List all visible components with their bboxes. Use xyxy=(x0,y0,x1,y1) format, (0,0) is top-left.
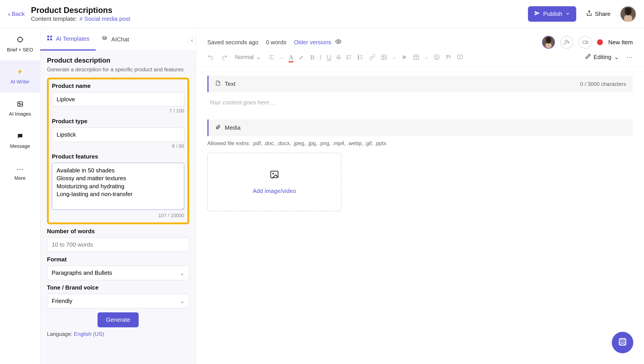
language-link[interactable]: English (US) xyxy=(74,331,104,337)
text-block-header[interactable]: Text 0 / 3000 characters xyxy=(207,76,633,92)
content-template-link[interactable]: # Social media post xyxy=(80,16,130,22)
tab-ai-templates[interactable]: AI Templates xyxy=(40,28,96,50)
video-button[interactable] xyxy=(401,54,408,60)
highlight-button[interactable] xyxy=(298,54,305,60)
document-icon xyxy=(215,80,221,88)
share-label: Share xyxy=(595,10,610,18)
bold-button[interactable]: B xyxy=(310,54,314,61)
chat-bubbles-icon xyxy=(102,36,108,44)
media-dropzone[interactable]: Add image/video xyxy=(207,153,342,211)
template-name: Social media post xyxy=(84,16,130,22)
strikethrough-button[interactable]: S xyxy=(336,54,341,61)
link-button[interactable] xyxy=(369,54,376,60)
pencil-icon xyxy=(585,54,591,61)
rail-writer-label: AI Writer xyxy=(10,79,30,85)
svg-point-15 xyxy=(338,41,339,42)
number-list-button[interactable]: 123 xyxy=(357,54,364,60)
bullet-list-button[interactable] xyxy=(346,54,352,60)
format-select[interactable]: ⌄ xyxy=(47,266,189,280)
user-avatar[interactable] xyxy=(620,6,636,22)
product-features-counter: 107 / 10000 xyxy=(52,213,184,218)
add-collaborator-button[interactable] xyxy=(560,36,573,49)
svg-point-4 xyxy=(18,37,22,42)
char-counter: 0 / 3000 characters xyxy=(580,81,626,87)
sidebar-item-ai-images[interactable]: AI Images xyxy=(0,92,40,125)
sidebar-item-brief[interactable]: Brief + SEO xyxy=(0,28,40,60)
image-button[interactable] xyxy=(380,54,387,60)
svg-text:T: T xyxy=(446,54,449,60)
editor-placeholder[interactable]: Your content goes here ... xyxy=(207,96,633,120)
template-prefix: Content template: xyxy=(31,16,77,22)
format-label: Format xyxy=(47,256,189,263)
words-input[interactable] xyxy=(47,238,189,252)
svg-point-28 xyxy=(347,57,348,58)
rail-message-label: Message xyxy=(10,143,30,149)
video-avatar-button[interactable] xyxy=(579,36,592,49)
align-button[interactable] xyxy=(268,54,275,60)
words-count: 0 words xyxy=(266,39,286,46)
product-name-counter: 7 / 100 xyxy=(52,108,184,114)
italic-button[interactable]: I xyxy=(319,54,322,61)
svg-point-27 xyxy=(347,55,348,56)
tone-value[interactable] xyxy=(47,294,189,308)
hash-icon: # xyxy=(80,16,82,22)
emoji-button[interactable] xyxy=(433,54,440,60)
chevron-down-icon[interactable]: ⌄ xyxy=(280,54,284,60)
redo-button[interactable] xyxy=(221,54,228,60)
visibility-toggle[interactable] xyxy=(335,38,342,46)
publish-button[interactable]: Publish xyxy=(528,6,576,22)
svg-rect-14 xyxy=(50,38,52,40)
product-features-textarea[interactable] xyxy=(52,163,184,210)
send-icon xyxy=(534,10,540,18)
underline-button[interactable]: U xyxy=(326,54,332,61)
share-button[interactable]: Share xyxy=(586,10,610,18)
paragraph-style-value: Normal xyxy=(235,54,254,60)
collaborator-avatar[interactable] xyxy=(542,36,555,49)
saved-label: Saved seconds ago xyxy=(207,39,258,46)
rail-brief-label: Brief + SEO xyxy=(7,47,33,53)
clear-format-button[interactable]: T xyxy=(445,54,452,60)
publish-label: Publish xyxy=(543,10,562,18)
product-type-counter: 8 / 80 xyxy=(52,143,184,149)
generate-button[interactable]: Generate xyxy=(98,312,139,327)
tab-ai-chat[interactable]: AIChat xyxy=(96,28,136,50)
attachment-icon xyxy=(215,124,221,131)
product-name-input[interactable] xyxy=(52,92,184,107)
chevron-down-icon[interactable]: ⌄ xyxy=(392,54,396,60)
paragraph-style-select[interactable]: Normal ⌄ xyxy=(235,54,261,60)
back-button[interactable]: ‹ Back xyxy=(8,10,31,18)
comment-button[interactable] xyxy=(456,54,463,60)
collapse-panel-button[interactable]: ‹ xyxy=(188,36,196,45)
product-type-label: Product type xyxy=(52,118,184,125)
older-versions-link[interactable]: Older versions xyxy=(294,39,332,46)
product-features-label: Product features xyxy=(52,153,184,160)
more-icon: ⋯ xyxy=(17,165,24,173)
svg-rect-11 xyxy=(48,36,49,38)
chevron-down-icon[interactable]: ⌄ xyxy=(424,54,428,60)
highlighted-fields-frame: Product name 7 / 100 Product type 8 / 80… xyxy=(47,78,189,224)
more-toolbar-button[interactable]: ⋯ xyxy=(626,53,633,61)
language-prefix: Language: xyxy=(47,331,72,337)
sidebar-item-ai-writer[interactable]: AI Writer xyxy=(0,60,40,92)
undo-button[interactable] xyxy=(207,54,214,60)
sidebar-item-more[interactable]: ⋯ More xyxy=(0,157,40,189)
sidebar-item-message[interactable]: Message xyxy=(0,125,40,157)
tab-chat-label: AIChat xyxy=(111,36,129,43)
text-color-button[interactable]: A xyxy=(289,54,294,61)
help-chat-fab[interactable] xyxy=(612,332,633,353)
svg-marker-23 xyxy=(586,41,588,44)
tone-select[interactable]: ⌄ xyxy=(47,294,189,308)
svg-point-47 xyxy=(438,56,438,57)
ai-subtitle: Generate a description for a specific pr… xyxy=(47,66,189,73)
format-value[interactable] xyxy=(47,266,189,280)
product-type-input[interactable] xyxy=(52,128,184,142)
table-button[interactable] xyxy=(413,54,420,60)
title-block: Product Descriptions Content template: #… xyxy=(31,6,528,22)
svg-text:3: 3 xyxy=(358,58,359,60)
editing-mode-select[interactable]: Editing ⌄ xyxy=(585,54,619,61)
chevron-left-icon: ‹ xyxy=(191,37,193,44)
svg-rect-13 xyxy=(48,38,49,40)
words-label: Number of words xyxy=(47,228,189,235)
media-block-header[interactable]: Media xyxy=(207,120,633,136)
intercom-icon xyxy=(618,337,628,348)
